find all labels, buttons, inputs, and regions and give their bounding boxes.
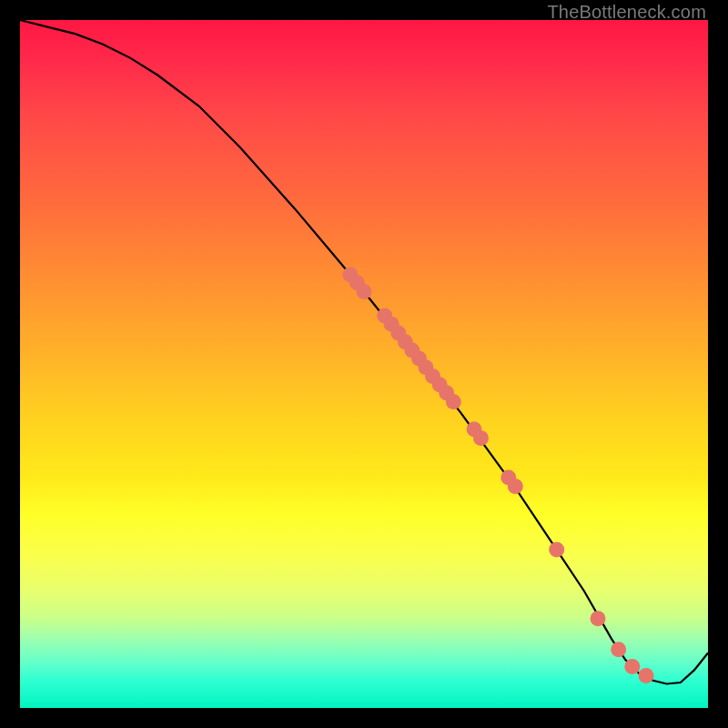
chart-svg	[20, 20, 708, 708]
chart-frame: TheBottleneck.com	[0, 0, 728, 728]
data-dot	[639, 668, 654, 683]
data-dots	[342, 267, 653, 683]
data-dot	[549, 542, 564, 558]
plot-area	[20, 20, 708, 708]
data-dot	[446, 394, 461, 410]
data-dot	[473, 430, 489, 446]
main-curve	[20, 20, 708, 684]
data-dot	[357, 284, 372, 299]
data-dot	[611, 642, 626, 657]
data-dot	[508, 479, 523, 494]
data-dot	[591, 611, 606, 626]
data-dot	[624, 659, 640, 674]
